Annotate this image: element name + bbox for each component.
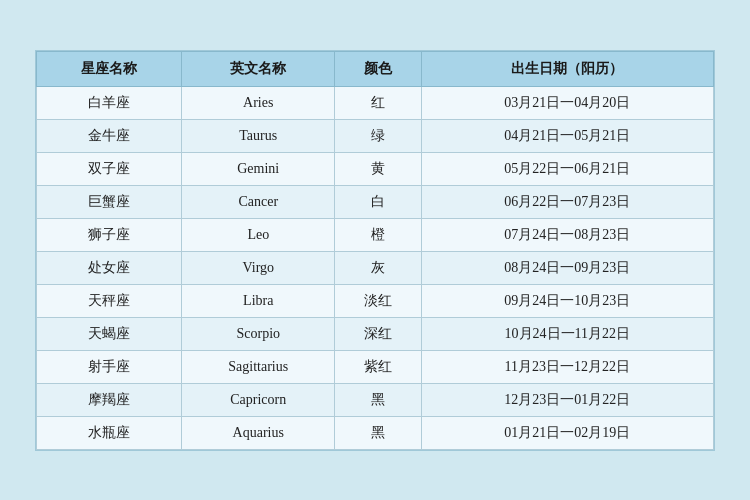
table-cell: Sagittarius [182,350,335,383]
table-cell: 03月21日一04月20日 [421,86,713,119]
table-cell: 04月21日一05月21日 [421,119,713,152]
table-cell: 红 [335,86,421,119]
table-cell: 10月24日一11月22日 [421,317,713,350]
table-cell: 白 [335,185,421,218]
table-header-cell: 星座名称 [37,51,182,86]
table-cell: Cancer [182,185,335,218]
table-cell: 灰 [335,251,421,284]
table-cell: 淡红 [335,284,421,317]
table-cell: 橙 [335,218,421,251]
table-cell: Aquarius [182,416,335,449]
table-row: 狮子座Leo橙07月24日一08月23日 [37,218,714,251]
table-row: 处女座Virgo灰08月24日一09月23日 [37,251,714,284]
table-header-cell: 颜色 [335,51,421,86]
table-cell: 双子座 [37,152,182,185]
table-cell: 天蝎座 [37,317,182,350]
table-cell: 白羊座 [37,86,182,119]
table-cell: 天秤座 [37,284,182,317]
table-cell: Scorpio [182,317,335,350]
table-cell: 09月24日一10月23日 [421,284,713,317]
table-cell: 绿 [335,119,421,152]
table-cell: 射手座 [37,350,182,383]
table-cell: 深红 [335,317,421,350]
table-row: 双子座Gemini黄05月22日一06月21日 [37,152,714,185]
table-cell: 巨蟹座 [37,185,182,218]
table-cell: Aries [182,86,335,119]
table-cell: 黄 [335,152,421,185]
table-row: 金牛座Taurus绿04月21日一05月21日 [37,119,714,152]
table-cell: 摩羯座 [37,383,182,416]
table-cell: Taurus [182,119,335,152]
table-cell: 05月22日一06月21日 [421,152,713,185]
table-row: 巨蟹座Cancer白06月22日一07月23日 [37,185,714,218]
table-cell: 01月21日一02月19日 [421,416,713,449]
table-cell: 11月23日一12月22日 [421,350,713,383]
table-cell: 狮子座 [37,218,182,251]
table-cell: Virgo [182,251,335,284]
table-body: 白羊座Aries红03月21日一04月20日金牛座Taurus绿04月21日一0… [37,86,714,449]
table-cell: 处女座 [37,251,182,284]
table-cell: 08月24日一09月23日 [421,251,713,284]
zodiac-table: 星座名称英文名称颜色出生日期（阳历） 白羊座Aries红03月21日一04月20… [36,51,714,450]
table-row: 水瓶座Aquarius黑01月21日一02月19日 [37,416,714,449]
table-header-cell: 出生日期（阳历） [421,51,713,86]
table-cell: 12月23日一01月22日 [421,383,713,416]
table-row: 天蝎座Scorpio深红10月24日一11月22日 [37,317,714,350]
table-cell: 金牛座 [37,119,182,152]
table-cell: 07月24日一08月23日 [421,218,713,251]
table-cell: Libra [182,284,335,317]
table-row: 摩羯座Capricorn黑12月23日一01月22日 [37,383,714,416]
table-cell: Gemini [182,152,335,185]
zodiac-table-container: 星座名称英文名称颜色出生日期（阳历） 白羊座Aries红03月21日一04月20… [35,50,715,451]
table-header-row: 星座名称英文名称颜色出生日期（阳历） [37,51,714,86]
table-row: 天秤座Libra淡红09月24日一10月23日 [37,284,714,317]
table-cell: Leo [182,218,335,251]
table-cell: Capricorn [182,383,335,416]
table-header-cell: 英文名称 [182,51,335,86]
table-cell: 紫红 [335,350,421,383]
table-cell: 06月22日一07月23日 [421,185,713,218]
table-cell: 水瓶座 [37,416,182,449]
table-cell: 黑 [335,383,421,416]
table-row: 白羊座Aries红03月21日一04月20日 [37,86,714,119]
table-cell: 黑 [335,416,421,449]
table-row: 射手座Sagittarius紫红11月23日一12月22日 [37,350,714,383]
